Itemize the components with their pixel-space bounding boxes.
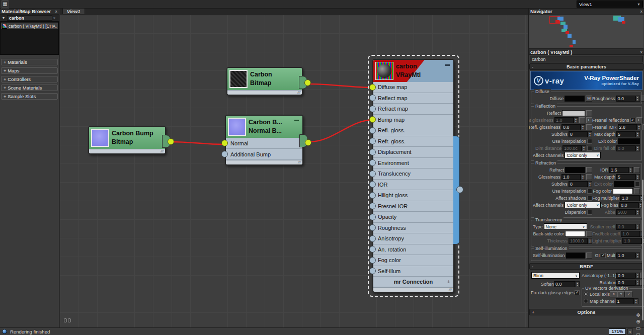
input-socket[interactable] — [369, 181, 376, 188]
radio-button[interactable] — [584, 299, 588, 303]
checkbox[interactable] — [635, 182, 640, 187]
value-field[interactable]: 1.0 — [622, 238, 641, 244]
spinner-icon[interactable]: ▴▾ — [575, 281, 580, 287]
input-socket[interactable] — [369, 171, 376, 177]
color-swatch[interactable] — [566, 253, 585, 259]
spinner-icon[interactable]: ▴▾ — [635, 280, 640, 286]
value-field[interactable]: 1000.0 — [569, 238, 588, 244]
value-field[interactable]: 100.0c — [562, 145, 582, 151]
spinner-icon[interactable]: ▴▾ — [635, 131, 640, 137]
value-field[interactable]: 0.0 — [616, 273, 635, 279]
input-socket[interactable] — [369, 106, 376, 112]
value-field[interactable]: 50.0 — [616, 209, 635, 215]
search-clear-icon[interactable]: x — [53, 16, 58, 20]
resize-grip-icon[interactable]: /// — [449, 288, 452, 292]
search-input[interactable]: carbon — [7, 15, 52, 21]
input-socket[interactable] — [369, 224, 376, 231]
small-button[interactable] — [586, 110, 592, 116]
input-socket[interactable] — [221, 151, 228, 157]
view1-tab[interactable]: View1 — [62, 9, 85, 14]
pan-hand-icon[interactable]: ✥ — [634, 312, 642, 318]
wire-normal[interactable] — [171, 142, 224, 144]
node-slot[interactable]: Reflect map — [373, 93, 453, 104]
value-field[interactable]: 0.0 — [616, 280, 635, 286]
node-slot[interactable]: An. rotation — [373, 244, 453, 256]
color-swatch[interactable] — [565, 231, 585, 237]
small-button[interactable] — [586, 167, 592, 173]
small-button[interactable] — [586, 231, 592, 237]
checkbox[interactable] — [587, 196, 592, 201]
node-slot[interactable]: Bump map — [373, 115, 453, 126]
input-socket[interactable] — [369, 268, 376, 274]
radio-button[interactable] — [584, 292, 588, 296]
checkbox[interactable]: ✓ — [575, 290, 580, 295]
checkbox[interactable] — [587, 146, 592, 151]
input-socket[interactable] — [369, 95, 376, 101]
input-socket[interactable] — [369, 149, 376, 155]
zoom-level-field[interactable]: 171% — [609, 328, 626, 334]
resize-grip-icon[interactable]: /// — [297, 91, 300, 95]
spinner-icon[interactable]: ▴▾ — [635, 209, 640, 215]
color-swatch[interactable] — [562, 110, 585, 116]
small-button[interactable]: L — [586, 117, 592, 123]
expand-icon[interactable]: + — [447, 279, 450, 285]
material-name-field[interactable]: carbon — [530, 56, 643, 62]
node-slot[interactable]: Anisotropy — [373, 233, 453, 244]
small-button[interactable] — [634, 188, 640, 194]
mr-connection-row[interactable]: mr Connection + — [373, 277, 453, 287]
value-field[interactable]: 1.6 — [609, 167, 628, 173]
zoom-dropdown-icon[interactable]: ∨ — [627, 328, 633, 334]
spinner-icon[interactable]: ▴▾ — [634, 298, 638, 304]
spinner-icon[interactable]: ▴▾ — [581, 174, 585, 180]
spinner-icon[interactable]: ▴▾ — [581, 124, 585, 130]
value-field[interactable]: 1 — [616, 298, 634, 304]
dropdown[interactable]: None∨ — [544, 223, 587, 230]
node-carbon-bump-bitmap[interactable]: Carbon BumpBitmap /// — [88, 126, 166, 154]
node-header[interactable]: Carbon BumpBitmap — [89, 127, 165, 149]
browser-section-header[interactable]: + Controllers — [1, 76, 58, 82]
node-slot[interactable]: Opacity — [373, 212, 453, 223]
close-icon[interactable]: x — [640, 50, 642, 54]
spinner-icon[interactable]: ▴▾ — [588, 238, 592, 244]
output-socket[interactable] — [304, 79, 311, 86]
input-socket[interactable] — [369, 246, 376, 253]
resize-grip-icon[interactable]: /// — [160, 149, 164, 153]
browser-section-header[interactable]: + Scene Materials — [1, 85, 58, 91]
value-field[interactable]: 2.8 — [618, 124, 637, 130]
checkbox[interactable]: ✓ — [601, 253, 606, 258]
small-button[interactable] — [586, 174, 592, 180]
browser-section-header[interactable]: + Materials — [1, 59, 58, 65]
value-field[interactable]: 0.0 — [616, 96, 635, 102]
color-swatch[interactable] — [565, 167, 585, 173]
node-normal-bump[interactable]: Carbon B...Normal B... NormalAdditional … — [225, 115, 303, 165]
value-field[interactable]: 1.0 — [620, 195, 639, 201]
zoom-region-icon[interactable]: ▭ — [634, 325, 642, 331]
small-button[interactable] — [641, 96, 644, 102]
checkbox[interactable] — [587, 210, 592, 215]
value-field[interactable]: 0.0 — [554, 281, 575, 287]
input-socket[interactable] — [369, 203, 376, 209]
checkbox[interactable]: ✓ — [630, 118, 635, 123]
close-icon[interactable]: x — [55, 9, 57, 14]
node-slot[interactable]: Refl. gloss. — [373, 125, 453, 136]
value-field[interactable]: 1.0 — [621, 231, 640, 237]
value-field[interactable]: 5 — [616, 174, 635, 180]
spinner-icon[interactable]: ▴▾ — [635, 96, 640, 102]
value-field[interactable]: 1.0 — [554, 117, 574, 123]
small-button[interactable] — [579, 117, 585, 123]
small-button[interactable]: Y — [617, 291, 625, 297]
value-field[interactable]: 0.0 — [619, 202, 638, 208]
node-header[interactable]: Carbon B...Normal B... — [226, 116, 302, 138]
input-socket[interactable] — [369, 235, 376, 242]
color-swatch[interactable] — [613, 188, 633, 194]
node-slot[interactable]: Displacement — [373, 147, 453, 158]
input-socket[interactable] — [369, 159, 376, 166]
value-field[interactable]: 1.0 — [616, 253, 635, 259]
small-button[interactable] — [634, 167, 640, 173]
spinner-icon[interactable]: ▴▾ — [588, 131, 592, 137]
node-slot[interactable]: Fresnel IOR — [373, 201, 453, 212]
spinner-icon[interactable]: ▴▾ — [635, 174, 640, 180]
small-button[interactable] — [586, 124, 592, 130]
node-canvas[interactable]: CarbonBitmap /// Carbon BumpBitmap /// C… — [60, 15, 528, 327]
node-slot[interactable]: Additional Bump — [226, 149, 302, 160]
